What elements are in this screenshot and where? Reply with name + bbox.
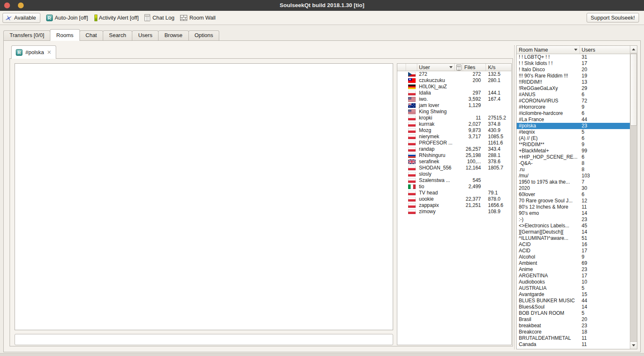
room-users-column-header[interactable]: Users [580, 46, 637, 54]
room-row[interactable]: Breakcore18 [517, 329, 630, 335]
room-row[interactable]: ^ILLUMINATI^aware...51 [517, 235, 630, 241]
room-row[interactable]: 1950 to 1975 aka the...7 [517, 179, 630, 185]
user-row[interactable]: czukuczuku200280.1 [397, 77, 511, 84]
user-row[interactable]: iwo.3,592167.4 [397, 96, 511, 102]
room-row[interactable]: ! ! Slsk Idiots ! !17 [517, 60, 630, 67]
user-note-column-header[interactable] [455, 64, 463, 71]
tab-chat[interactable]: Chat [79, 30, 103, 40]
tab-search[interactable]: Search [103, 30, 132, 40]
user-row[interactable]: H0L0K|_auZ [397, 84, 511, 90]
user-row[interactable]: zimowy108.9 [397, 209, 511, 215]
room-row[interactable]: #polska23 [517, 123, 630, 129]
auto-join-toggle[interactable]: R Auto-Join [off] [46, 15, 88, 21]
user-row[interactable]: kurrrak2,027374.8 [397, 121, 511, 127]
user-row[interactable]: SHODAN_55612,1641805.7 [397, 165, 511, 171]
tab-browse[interactable]: Browse [158, 30, 188, 40]
user-status-column-header[interactable] [397, 64, 406, 71]
room-row[interactable]: 202030 [517, 185, 630, 192]
room-row[interactable]: AUSTRALIA5 [517, 285, 630, 291]
user-row[interactable]: Idalia297144.1 [397, 90, 511, 96]
user-row[interactable]: zappapix21,2511656.6 [397, 202, 511, 209]
room-row[interactable]: breakbeat23 [517, 323, 630, 329]
room-row[interactable]: !!! 90's Rare Riddim !!!19 [517, 73, 630, 79]
room-row[interactable]: #La France44 [517, 117, 630, 123]
room-row[interactable]: BRUTALDEATHMETAL11 [517, 335, 630, 341]
room-row[interactable]: BLUES BUNKER MUSIC44 [517, 298, 630, 304]
speed-column-header[interactable]: K/s [486, 64, 511, 71]
user-row[interactable]: Mozg9,873430.9 [397, 127, 511, 134]
room-row[interactable]: #ANUS6 [517, 92, 630, 98]
flag-cz-icon [406, 71, 417, 77]
room-row[interactable]: #icilombre-hardcore6 [517, 110, 630, 117]
room-row[interactable]: -Q&A-8 [517, 160, 630, 167]
room-row[interactable]: Canada11 [517, 341, 630, 348]
room-row[interactable]: Blues&Soul14 [517, 304, 630, 310]
user-row[interactable]: RNshinguru25,198288.1 [397, 152, 511, 159]
room-name: (A) // (E) [517, 135, 580, 142]
room-row[interactable]: #CORONAVIRUS72 [517, 98, 630, 104]
room-list-scrollbar[interactable] [630, 46, 637, 349]
room-row[interactable]: (A) // (E)6 [517, 135, 630, 142]
files-column-header[interactable]: Files [463, 64, 486, 71]
chat-log-button[interactable]: Chat Log [144, 14, 174, 21]
room-row[interactable]: **RIDDIM**9 [517, 142, 630, 148]
room-row[interactable]: Alcohol9 [517, 254, 630, 260]
user-row[interactable]: uookie22,377878.0 [397, 196, 511, 202]
room-row[interactable]: /mu/103 [517, 173, 630, 179]
tab-users[interactable]: Users [132, 30, 159, 40]
room-row[interactable]: Avantgarde15 [517, 291, 630, 298]
status-available-button[interactable]: Available [2, 13, 40, 23]
room-row[interactable]: ! ! LGBTQ+ ! !31 [517, 54, 630, 60]
room-row[interactable]: Ambient69 [517, 260, 630, 266]
room-row[interactable]: #Horrorcore9 [517, 104, 630, 110]
user-row[interactable]: nierymek3,7171085.5 [397, 134, 511, 140]
room-row[interactable]: 90's emo14 [517, 210, 630, 217]
user-column-header[interactable]: User [417, 64, 455, 71]
room-tab-polska[interactable]: R #polska ✕ [11, 45, 56, 59]
room-row[interactable]: BOB DYLAN ROOM5 [517, 310, 630, 316]
room-row[interactable]: Audiobooks10 [517, 279, 630, 285]
room-name-column-header[interactable]: Room Name [517, 46, 580, 54]
user-row[interactable]: jam lover1,129 [397, 102, 511, 109]
tab-options[interactable]: Options [188, 30, 220, 40]
room-row[interactable]: +HIP_HOP_SCENE_RE...6 [517, 154, 630, 160]
room-row[interactable]: !ReGGaeGaLaXy29 [517, 85, 630, 92]
room-row[interactable]: 70 Rare groove Soul J...12 [517, 198, 630, 204]
chat-message-input[interactable] [15, 334, 393, 345]
room-row[interactable]: ARGENTINA17 [517, 273, 630, 279]
user-row[interactable]: kropki1127515.2 [397, 115, 511, 121]
user-flag-column-header[interactable] [406, 64, 417, 71]
room-row[interactable]: AClD17 [517, 248, 630, 254]
room-row[interactable]: <>Electronics Labels...45 [517, 223, 630, 229]
tab-rooms[interactable]: Rooms [50, 29, 79, 41]
support-soulseek-button[interactable]: Support Soulseek! [587, 13, 639, 22]
close-icon[interactable]: ✕ [47, 50, 52, 55]
room-row[interactable]: 60lover6 [517, 192, 630, 198]
user-row[interactable]: TV head79.1 [397, 190, 511, 196]
user-row[interactable]: 272272132.5 [397, 71, 511, 77]
user-row[interactable]: tio2,499 [397, 184, 511, 190]
user-row[interactable]: King Shwing [397, 109, 511, 115]
room-row[interactable]: #teqnix5 [517, 129, 630, 135]
room-row[interactable]: :-)23 [517, 217, 630, 223]
tab-transfers[interactable]: Transfers [0/0] [3, 30, 50, 40]
room-row[interactable]: Anime23 [517, 266, 630, 273]
scroll-up-button[interactable] [630, 46, 637, 53]
user-row[interactable]: PROFESOR ...1161.6 [397, 140, 511, 146]
room-row[interactable]: ! Italo Disco20 [517, 67, 630, 73]
room-row[interactable]: !!RIDDIM!!13 [517, 79, 630, 85]
activity-alert-toggle[interactable]: Activity Alert [off] [94, 15, 139, 21]
room-row[interactable]: Brasil20 [517, 316, 630, 323]
scroll-down-button[interactable] [630, 341, 637, 349]
room-row[interactable]: 80's 12 Inches & More11 [517, 204, 630, 210]
user-row[interactable]: slosly [397, 171, 511, 177]
room-row[interactable]: .ru8 [517, 167, 630, 173]
user-row[interactable]: randap26,257343.4 [397, 146, 511, 152]
room-wall-button[interactable]: Room Wall [180, 15, 215, 21]
user-row[interactable]: serafinek100,...378.6 [397, 159, 511, 165]
room-row[interactable]: ACID16 [517, 241, 630, 248]
room-row[interactable]: +BlackMetal+99 [517, 148, 630, 154]
room-row[interactable]: ][German][Deutsch][14 [517, 229, 630, 235]
user-row[interactable]: Szalenstwa ...545 [397, 177, 511, 184]
scrollbar-thumb[interactable] [630, 54, 637, 126]
